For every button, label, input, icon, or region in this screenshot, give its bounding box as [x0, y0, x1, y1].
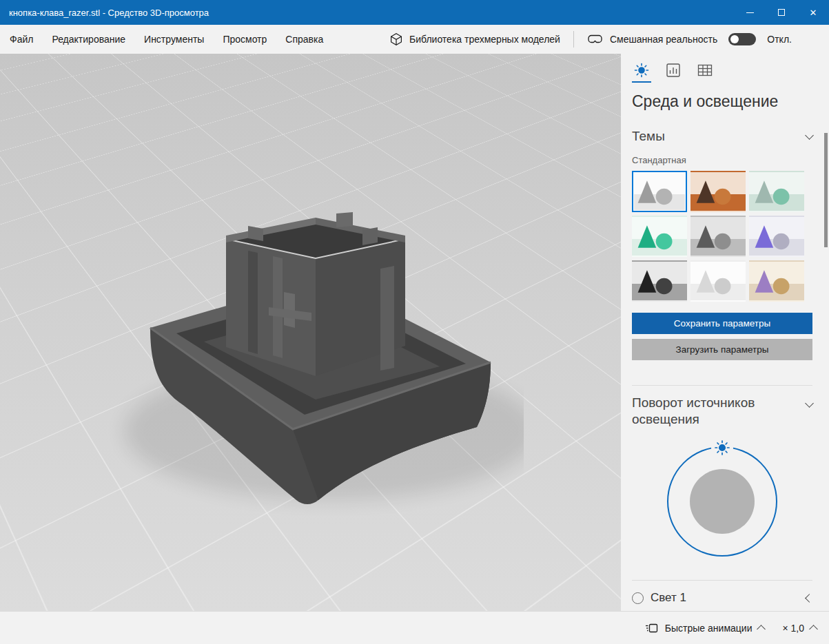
- panel-title: Среда и освещение: [632, 92, 812, 111]
- library-label: Библиотека трехмерных моделей: [409, 34, 560, 45]
- main-area: Среда и освещение Темы Стандартная Сохра…: [0, 54, 829, 611]
- load-params-button[interactable]: Загрузить параметры: [632, 339, 812, 360]
- app-window: кнопка-клава_razer.stl - Средство 3D-про…: [0, 0, 829, 644]
- section-divider: [632, 385, 812, 386]
- chevron-up-icon: [757, 625, 766, 634]
- settings-panel: Среда и освещение Темы Стандартная Сохра…: [621, 54, 829, 611]
- quick-animations-button[interactable]: Быстрые анимации: [645, 623, 765, 634]
- light1-row[interactable]: Свет 1: [632, 591, 812, 605]
- menu-help[interactable]: Справка: [285, 34, 323, 45]
- mixed-reality-label: Смешанная реальность: [610, 34, 717, 45]
- theme-tile-mint-green[interactable]: [749, 171, 804, 212]
- quick-animations-icon: [645, 623, 659, 634]
- themes-group-label: Стандартная: [632, 155, 812, 165]
- theme-tile-dark-gray[interactable]: [690, 216, 746, 257]
- maximize-button[interactable]: [766, 0, 797, 25]
- statusbar: Быстрые анимации × 1,0: [0, 611, 829, 644]
- theme-tile-emerald[interactable]: [632, 216, 687, 257]
- window-controls: ✕: [734, 0, 829, 25]
- library-button[interactable]: Библиотека трехмерных моделей: [389, 25, 560, 54]
- light1-radio[interactable]: [632, 592, 644, 604]
- stats-chart-icon: [666, 63, 681, 78]
- menu-view[interactable]: Просмотр: [223, 34, 267, 45]
- menu-file[interactable]: Файл: [10, 34, 33, 45]
- scale-button[interactable]: × 1,0: [782, 623, 817, 634]
- maximize-icon: [778, 9, 785, 16]
- chevron-up-icon: [809, 625, 818, 634]
- toggle-knob: [730, 35, 739, 43]
- scale-label: × 1,0: [782, 623, 804, 634]
- light-divider: [632, 580, 812, 581]
- theme-tile-violet[interactable]: [749, 216, 804, 257]
- rotation-label: Поворот источников освещения: [632, 395, 778, 428]
- sun-lighting-icon: [634, 63, 649, 78]
- menubar-separator: [573, 31, 574, 48]
- theme-tile-white[interactable]: [690, 260, 746, 302]
- theme-tile-sunset-orange[interactable]: [690, 171, 746, 212]
- light1-label: Свет 1: [651, 591, 686, 605]
- chevron-down-icon: [805, 131, 814, 140]
- sun-icon: [711, 437, 733, 459]
- cube-3d-icon: [389, 32, 403, 46]
- themes-label: Темы: [632, 129, 665, 144]
- themes-section-header[interactable]: Темы: [632, 129, 812, 144]
- close-icon: ✕: [810, 8, 817, 18]
- chevron-left-icon: [805, 594, 814, 603]
- tab-lighting[interactable]: [632, 59, 651, 83]
- dial-knob[interactable]: [690, 469, 755, 534]
- mixed-reality-toggle[interactable]: [728, 33, 756, 45]
- rotation-section-header[interactable]: Поворот источников освещения: [632, 395, 812, 428]
- theme-grid: [632, 171, 804, 302]
- titlebar: кнопка-клава_razer.stl - Средство 3D-про…: [0, 0, 829, 25]
- panel-tabs: [632, 59, 812, 83]
- theme-tile-standard-gray[interactable]: [632, 171, 687, 212]
- menubar: Файл Редактирование Инструменты Просмотр…: [0, 25, 829, 54]
- model-keycap[interactable]: [41, 211, 524, 528]
- mixed-reality-icon: [587, 34, 603, 45]
- theme-tile-black[interactable]: [632, 260, 687, 302]
- menu-edit[interactable]: Редактирование: [52, 34, 125, 45]
- window-title: кнопка-клава_razer.stl - Средство 3D-про…: [0, 8, 209, 18]
- minimize-icon: [746, 12, 754, 13]
- tab-environment[interactable]: [695, 59, 715, 83]
- tab-stats[interactable]: [664, 59, 683, 83]
- menu-tools[interactable]: Инструменты: [144, 34, 204, 45]
- theme-tile-pastel[interactable]: [749, 260, 804, 302]
- mixed-reality-state: Откл.: [767, 34, 792, 45]
- mixed-reality-group: Смешанная реальность Откл.: [587, 25, 792, 54]
- save-params-button[interactable]: Сохранить параметры: [632, 313, 812, 334]
- quick-animations-label: Быстрые анимации: [665, 623, 753, 634]
- scrollbar-thumb[interactable]: [824, 133, 828, 247]
- light-rotation-dial[interactable]: [667, 446, 777, 557]
- environment-grid-icon: [697, 63, 713, 78]
- close-button[interactable]: ✕: [797, 0, 829, 25]
- viewport-3d[interactable]: [0, 54, 621, 611]
- minimize-button[interactable]: [734, 0, 766, 25]
- chevron-down-icon: [805, 399, 814, 408]
